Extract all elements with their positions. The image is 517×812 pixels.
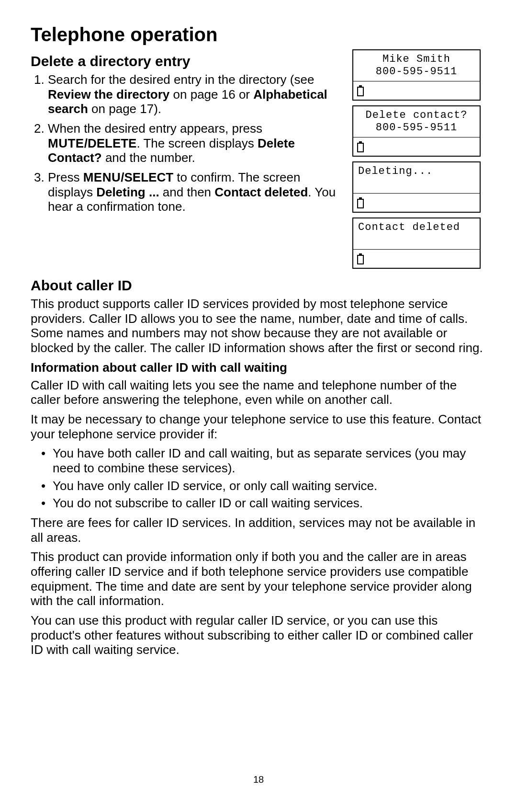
lcd4-line2 [358, 234, 478, 246]
battery-icon [357, 141, 364, 152]
battery-icon [357, 85, 364, 96]
lcd1-line2: 800-595-9511 [355, 66, 478, 78]
about-p4: There are fees for caller ID services. I… [31, 515, 486, 545]
step-1: Search for the desired entry in the dire… [48, 72, 343, 116]
step1-post: on page 17). [88, 102, 161, 116]
step3-smallcaps: MENU [83, 170, 121, 184]
about-p2: Caller ID with call waiting lets you see… [31, 378, 486, 407]
step1-mid: on page 16 or [169, 87, 253, 102]
lcd-screens-column: Mike Smith 800-595-9511 Delete contact? … [352, 49, 486, 274]
battery-icon [357, 197, 364, 208]
lcd1-line1: Mike Smith [355, 53, 478, 66]
lcd3-line2 [358, 178, 478, 190]
step-3: Press MENU/SELECT to confirm. The screen… [48, 170, 343, 214]
step2-mid: . The screen displays [136, 136, 257, 150]
step3-mid2: and then [159, 185, 215, 199]
page-number: 18 [0, 774, 517, 785]
step2-post: and the number. [102, 150, 195, 165]
step2-pre: When the desired entry appears, press [48, 121, 262, 136]
lcd-screen-1: Mike Smith 800-595-9511 [352, 49, 481, 101]
section-heading-delete: Delete a directory entry [31, 53, 343, 69]
step2-smallcaps: MUTE [48, 136, 84, 150]
lcd2-line1: Delete contact? [355, 109, 478, 122]
lcd4-line1: Contact deleted [358, 221, 478, 234]
lcd-icon-row-4 [353, 249, 480, 268]
step3-bold2: Deleting ... [96, 185, 159, 199]
bullet-list: You have both caller ID and call waiting… [31, 446, 486, 511]
lcd-screen-4: Contact deleted [352, 217, 481, 269]
lcd-screen-2: Delete contact? 800-595-9511 [352, 105, 481, 157]
step3-bold1: /SELECT [121, 170, 173, 184]
about-p6: You can use this product with regular ca… [31, 613, 486, 657]
delete-directory-section: Delete a directory entry Search for the … [31, 49, 352, 219]
lcd-icon-row-1 [353, 81, 480, 100]
step-2: When the desired entry appears, press MU… [48, 121, 343, 165]
lcd3-line1: Deleting... [358, 165, 478, 178]
manual-page: Telephone operation Delete a directory e… [0, 0, 517, 812]
bullet-2: You have only caller ID service, or only… [41, 479, 486, 493]
about-p3: It may be necessary to change your telep… [31, 412, 486, 441]
lcd-text-1: Mike Smith 800-595-9511 [353, 50, 480, 81]
step1-text: Search for the desired entry in the dire… [48, 72, 314, 87]
about-p1: This product supports caller ID services… [31, 297, 486, 355]
step3-bold3: Contact deleted [214, 185, 308, 199]
step2-bold1: /DELETE [84, 136, 137, 150]
delete-steps-list: Search for the desired entry in the dire… [31, 72, 343, 214]
lcd-icon-row-3 [353, 193, 480, 212]
lcd-icon-row-2 [353, 137, 480, 156]
battery-icon [357, 253, 364, 264]
section-heading-about: About caller ID [31, 277, 486, 294]
bullet-1: You have both caller ID and call waiting… [41, 446, 486, 475]
lcd-screen-3: Deleting... [352, 161, 481, 213]
step1-bold1: Review the directory [48, 87, 169, 102]
lcd2-line2: 800-595-9511 [355, 122, 478, 134]
step3-pre: Press [48, 170, 83, 184]
lcd-text-3: Deleting... [353, 162, 480, 193]
bullet-3: You do not subscribe to caller ID or cal… [41, 496, 486, 511]
top-row: Delete a directory entry Search for the … [31, 49, 486, 274]
lcd-text-2: Delete contact? 800-595-9511 [353, 106, 480, 137]
about-p5: This product can provide information onl… [31, 549, 486, 608]
lcd-text-4: Contact deleted [353, 218, 480, 249]
page-title: Telephone operation [31, 24, 486, 46]
sub-heading-callwaiting: Information about caller ID with call wa… [31, 360, 486, 375]
